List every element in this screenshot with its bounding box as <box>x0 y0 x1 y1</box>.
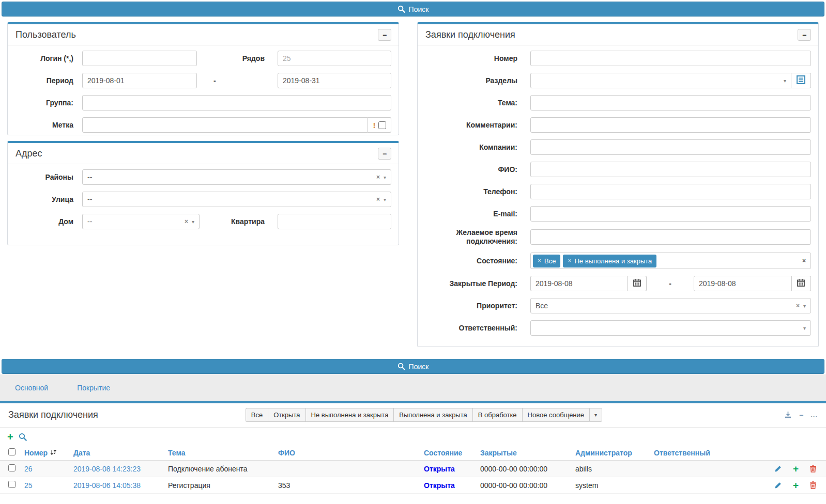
fio-input[interactable] <box>530 162 811 177</box>
apartment-label: Квартира <box>207 217 265 226</box>
datepicker-button[interactable] <box>792 276 811 291</box>
districts-label: Районы <box>16 173 73 182</box>
street-select[interactable]: -- × ▾ <box>82 192 391 207</box>
column-header-admin[interactable]: Администратор <box>575 449 654 457</box>
request-state-link[interactable]: Открыта <box>424 481 480 490</box>
sections-list-button[interactable] <box>791 73 811 88</box>
edit-icon[interactable] <box>774 465 782 472</box>
results-title: Заявки подключения <box>8 410 98 420</box>
sections-select[interactable]: ▾ <box>530 73 791 88</box>
rows-input[interactable] <box>278 51 391 66</box>
dash-separator: - <box>669 279 671 288</box>
chevron-down-icon: ▾ <box>784 78 786 84</box>
email-input[interactable] <box>530 206 811 222</box>
request-number-link[interactable]: 26 <box>24 465 73 473</box>
column-header-subject[interactable]: Тема <box>168 449 278 457</box>
fio-label: ФИО: <box>425 165 517 174</box>
filter-open-button[interactable]: Открыта <box>268 408 305 422</box>
period-to-input[interactable] <box>278 73 391 88</box>
request-state-link[interactable]: Открыта <box>424 465 480 473</box>
period-from-input[interactable] <box>82 73 197 88</box>
tab-osnovnoy[interactable]: Основной <box>8 380 55 396</box>
request-date-link[interactable]: 2019-08-06 14:05:38 <box>73 481 168 490</box>
add-request-icon[interactable]: + <box>7 433 13 441</box>
remove-tag-icon[interactable]: × <box>538 257 541 264</box>
add-icon[interactable]: + <box>793 482 799 489</box>
calendar-icon <box>797 279 805 288</box>
clear-icon[interactable]: × <box>802 257 806 264</box>
table-search-icon[interactable] <box>19 433 27 441</box>
request-fio: 353 <box>278 481 424 490</box>
tab-pokrytie[interactable]: Покрытие <box>70 380 117 396</box>
clear-icon[interactable]: × <box>376 196 380 203</box>
filter-inprogress-button[interactable]: В обработке <box>472 408 522 422</box>
collapse-icon[interactable]: − <box>799 411 803 419</box>
more-options-icon[interactable]: ... <box>810 411 818 419</box>
column-header-state[interactable]: Состояние <box>424 449 480 457</box>
phone-input[interactable] <box>530 184 811 199</box>
filter-all-button[interactable]: Все <box>246 408 268 422</box>
filter-notdone-closed-button[interactable]: Не выполнена и закрыта <box>305 408 394 422</box>
responsible-select[interactable]: ▾ <box>530 320 811 336</box>
house-select[interactable]: -- × ▾ <box>82 214 200 229</box>
remove-tag-icon[interactable]: × <box>568 257 571 264</box>
search-button-label: Поиск <box>409 5 429 13</box>
row-checkbox[interactable] <box>8 464 16 471</box>
state-multiselect[interactable]: × Все × Не выполнена и закрыта × <box>530 253 811 269</box>
collapse-button[interactable]: − <box>378 29 391 41</box>
districts-select[interactable]: -- × ▾ <box>82 169 391 185</box>
sort-icon[interactable] <box>50 449 57 456</box>
tag-input[interactable] <box>82 117 368 133</box>
column-header-closed[interactable]: Закрытые <box>480 449 575 457</box>
add-icon[interactable]: + <box>793 465 799 472</box>
company-input[interactable] <box>530 139 811 155</box>
warning-icon: ! <box>373 121 376 130</box>
closed-to-input[interactable] <box>694 276 792 291</box>
priority-select[interactable]: Все × ▾ <box>530 298 811 313</box>
request-admin: system <box>575 481 654 490</box>
column-header-date[interactable]: Дата <box>73 449 168 457</box>
tag-not-checkbox[interactable] <box>378 121 386 129</box>
districts-value: -- <box>87 173 376 181</box>
company-label: Компании: <box>425 143 517 152</box>
state-tag[interactable]: × Не выполнена и закрыта <box>563 255 656 267</box>
desired-time-input[interactable] <box>530 229 811 245</box>
delete-icon[interactable] <box>809 481 817 489</box>
filter-more-dropdown[interactable]: ▾ <box>589 408 602 422</box>
login-label: Логин (*,) <box>16 54 73 63</box>
comments-input[interactable] <box>530 117 811 133</box>
search-button-bottom[interactable]: Поиск <box>2 359 824 374</box>
desired-time-label: Желаемое время подключения: <box>425 228 517 246</box>
state-tag[interactable]: × Все <box>533 255 560 267</box>
filter-done-closed-button[interactable]: Выполнена и закрыта <box>393 408 472 422</box>
collapse-button[interactable]: − <box>378 148 391 160</box>
row-checkbox[interactable] <box>8 481 16 488</box>
state-filter-group: Все Открыта Не выполнена и закрыта Выпол… <box>246 408 602 422</box>
search-button-top[interactable]: Поиск <box>2 2 824 17</box>
apartment-input[interactable] <box>278 214 391 229</box>
clear-icon[interactable]: × <box>376 174 380 181</box>
chevron-down-icon: ▾ <box>803 303 806 309</box>
delete-icon[interactable] <box>809 465 817 472</box>
collapse-button[interactable]: − <box>798 29 811 41</box>
number-input[interactable] <box>530 51 811 66</box>
edit-icon[interactable] <box>774 481 782 489</box>
select-all-checkbox[interactable] <box>8 448 16 455</box>
clear-icon[interactable]: × <box>796 302 800 309</box>
filter-newmessage-button[interactable]: Новое сообщение <box>522 408 589 422</box>
request-number-link[interactable]: 25 <box>24 481 73 490</box>
column-header-responsible[interactable]: Ответственный <box>654 449 752 457</box>
datepicker-button[interactable] <box>628 276 647 291</box>
column-header-label: Номер <box>24 449 48 457</box>
column-header-number[interactable]: Номер <box>24 449 73 457</box>
login-input[interactable] <box>82 51 197 66</box>
clear-icon[interactable]: × <box>185 218 188 225</box>
column-header-fio[interactable]: ФИО <box>278 449 424 457</box>
group-input[interactable] <box>82 95 391 111</box>
subject-input[interactable] <box>530 95 811 111</box>
export-icon[interactable] <box>784 411 792 419</box>
request-closed: 0000-00-00 00:00:00 <box>480 481 575 490</box>
closed-from-input[interactable] <box>530 276 628 291</box>
request-date-link[interactable]: 2019-08-08 14:23:23 <box>73 465 168 473</box>
chevron-down-icon: ▾ <box>384 197 386 202</box>
